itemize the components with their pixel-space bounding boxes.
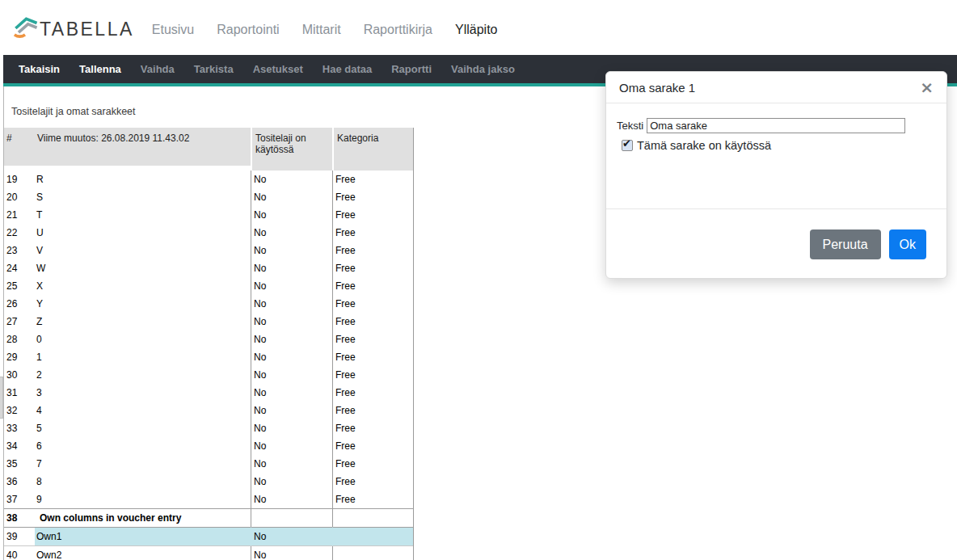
table-row[interactable]: 22 U No Free [4,224,413,242]
cell-in-use: No [251,384,332,402]
cell-in-use: No [251,277,332,295]
cell-category [332,508,413,527]
table-header-row: # Viime muutos: 26.08.2019 11.43.02 Tosi… [4,128,413,171]
cell-number: 34 [4,437,35,455]
voucher-types-table: # Viime muutos: 26.08.2019 11.43.02 Tosi… [4,128,414,560]
toolbar-item-raportti[interactable]: Raportti [391,63,432,75]
cell-name: Z [35,313,251,331]
table-row[interactable]: 34 6 No Free [4,437,413,455]
cell-category: Free [332,491,413,508]
cell-category: Free [332,206,413,224]
ok-button[interactable]: Ok [889,229,926,259]
table-row[interactable]: 35 7 No Free [4,455,413,473]
table-row[interactable]: 23 V No Free [4,242,413,259]
cell-number: 26 [4,295,35,313]
checkmark-icon: ✔ [622,137,631,149]
toolbar-item-tallenna[interactable]: Tallenna [79,63,121,75]
dialog-header: Oma sarake 1 × [606,72,946,103]
dialog-title: Oma sarake 1 [619,81,695,95]
cell-name: V [35,242,251,259]
tabella-logo[interactable]: TABELLA [12,15,134,40]
nav-item-yll-pito[interactable]: Ylläpito [455,23,497,37]
cell-category: Free [332,455,413,473]
cell-in-use: No [251,242,332,259]
toolbar-item-vaihda[interactable]: Vaihda [141,63,175,75]
cell-number: 29 [4,348,35,366]
toolbar-item-hae-dataa[interactable]: Hae dataa [323,63,372,75]
column-header-category: Kategoria [332,128,413,171]
table-row[interactable]: 29 1 No Free [4,348,413,366]
own-column-dialog: Oma sarake 1 × Teksti ✔ Tämä sarake on k… [605,71,947,279]
cell-number: 40 [4,546,35,560]
column-in-use-checkbox[interactable]: ✔ [622,140,633,151]
cell-number: 36 [4,473,35,491]
cell-number: 22 [4,224,35,242]
cell-category [332,527,413,546]
table-row[interactable]: 37 9 No Free [4,491,413,508]
cell-category [332,546,413,560]
cell-number: 27 [4,313,35,331]
cell-in-use: No [251,206,332,224]
cell-in-use: No [251,366,332,384]
column-text-input[interactable] [647,118,905,133]
table-row[interactable]: 39 Own1 No [4,527,413,546]
cell-in-use [251,508,332,527]
cell-number: 37 [4,491,35,508]
table-row[interactable]: 36 8 No Free [4,473,413,491]
table-row[interactable]: 26 Y No Free [4,295,413,313]
cell-number: 20 [4,188,35,206]
table-row[interactable]: 19 R No Free [4,171,413,188]
top-header: TABELLA EtusivuRaportointiMittaritRaport… [0,0,957,55]
toolbar-item-tarkista[interactable]: Tarkista [194,63,234,75]
cell-name: W [35,259,251,277]
cell-number: 30 [4,366,35,384]
toolbar-item-vaihda-jakso[interactable]: Vaihda jakso [451,63,515,75]
cancel-button[interactable]: Peruuta [810,229,881,259]
cell-category: Free [332,473,413,491]
cell-category: Free [332,402,413,419]
cell-in-use: No [251,313,332,331]
close-icon[interactable]: × [920,79,934,95]
table-row[interactable]: 31 3 No Free [4,384,413,402]
cell-category: Free [332,384,413,402]
cell-category: Free [332,259,413,277]
cell-name: Own1 [35,527,251,546]
table-row[interactable]: 30 2 No Free [4,366,413,384]
cell-category: Free [332,419,413,437]
cell-in-use: No [251,473,332,491]
nav-item-etusivu[interactable]: Etusivu [152,23,194,37]
cell-name: X [35,277,251,295]
cell-category: Free [332,242,413,259]
table-row[interactable]: 28 0 No Free [4,331,413,348]
table-row[interactable]: 27 Z No Free [4,313,413,331]
nav-item-raporttikirja[interactable]: Raporttikirja [364,23,432,37]
table-row[interactable]: 33 5 No Free [4,419,413,437]
toolbar-item-takaisin[interactable]: Takaisin [19,63,60,75]
text-field-label: Teksti [617,120,643,132]
nav-item-raportointi[interactable]: Raportointi [217,23,279,37]
cell-name: 3 [35,384,251,402]
cell-name: 7 [35,455,251,473]
cell-in-use: No [251,295,332,313]
nav-item-mittarit[interactable]: Mittarit [302,23,341,37]
toolbar-item-asetukset[interactable]: Asetukset [253,63,303,75]
table-row[interactable]: 40 Own2 No [4,546,413,560]
cell-category: Free [332,171,413,188]
table-row[interactable]: 20 S No Free [4,188,413,206]
cell-number: 39 [4,527,35,546]
left-scrollbar-thumb[interactable] [0,377,3,419]
table-row[interactable]: 21 T No Free [4,206,413,224]
table-row[interactable]: 32 4 No Free [4,402,413,419]
cell-in-use: No [251,546,332,560]
table-row[interactable]: 24 W No Free [4,259,413,277]
cell-category: Free [332,437,413,455]
cell-name: Own2 [35,546,251,560]
cell-in-use: No [251,188,332,206]
table-row[interactable]: 38 Own columns in voucher entry [4,508,413,527]
cell-category: Free [332,366,413,384]
cell-number: 35 [4,455,35,473]
cell-number: 32 [4,402,35,419]
cell-name: 2 [35,366,251,384]
table-row[interactable]: 25 X No Free [4,277,413,295]
cell-in-use: No [251,437,332,455]
